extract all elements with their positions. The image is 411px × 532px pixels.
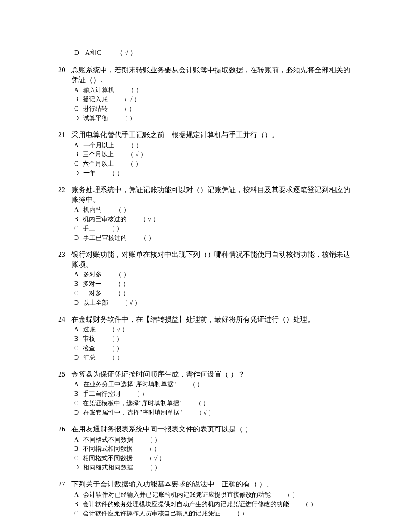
option-mark: （ √ ）: [109, 326, 128, 334]
option-text: 三个月以上: [83, 151, 114, 159]
option-letter: A: [74, 326, 79, 334]
option-text: 会计软件对已经输入并已记账的机内记账凭证应提供直接修改的功能: [83, 491, 271, 499]
option-letter: B: [74, 335, 78, 343]
option-text: 会计软件的账务处理模块应提供对自动产生的机内记账凭证进行修改的功能: [83, 500, 289, 509]
option-row: A机内的（ ）: [74, 206, 353, 214]
option-letter: A: [74, 381, 79, 389]
option-letter: B: [74, 151, 78, 159]
option-row: B不同格式相同数据（ ）: [74, 445, 353, 453]
option-text: 进行结转: [83, 105, 108, 113]
option-text: 相同格式相同数据: [83, 464, 133, 472]
option-row: C一对多（ ）: [74, 289, 353, 298]
question-number: 23: [58, 250, 65, 260]
option-row: A在业务分工中选择"序时填制单据"（ ）: [74, 381, 353, 389]
option-text: 手工: [83, 225, 95, 233]
option-row: D一年（ ）: [74, 169, 353, 178]
option-row: D相同格式相同数据（ ）: [74, 464, 353, 472]
option-row: A过账（ √ ）: [74, 326, 353, 334]
question-text: 金算盘为保证凭证按时间顺序生成，需作何设置（ ）？: [71, 369, 353, 379]
option-row: D汇总（ ）: [74, 354, 353, 362]
option-text: 以上全部: [83, 299, 108, 307]
question-stem: 24在金蝶财务软件中，在【结转损益】处理前，最好将所有凭证进行（）处理。: [58, 314, 353, 324]
option-letter: B: [74, 280, 78, 289]
question-number: 25: [58, 369, 65, 379]
option-letter: C: [74, 289, 78, 298]
option-list: A机内的（ ）B机内已审核过的（ √ ）C手工（ ）D手工已审核过的（ ）: [74, 206, 353, 243]
option-row: D试算平衡（ ）: [74, 114, 353, 123]
option-mark: （ ）: [115, 280, 129, 289]
top-option-row: D A和C （ √ ）: [74, 48, 353, 57]
option-letter: C: [74, 160, 78, 168]
question-stem: 25金算盘为保证凭证按时间顺序生成，需作何设置（ ）？: [58, 369, 353, 379]
option-text: 不同格式相同数据: [83, 445, 133, 453]
question-number: 26: [58, 424, 65, 434]
option-row: B机内已审核过的（ √ ）: [74, 215, 353, 224]
option-text: 在凭证模板中，选择"序时填制单据": [83, 399, 181, 408]
option-row: A一个月以上（ ）: [74, 142, 353, 150]
option-text: 登记入账: [83, 96, 108, 104]
question-number: 22: [58, 185, 65, 195]
option-letter: A: [74, 491, 79, 499]
option-letter: D: [74, 464, 79, 472]
option-mark: （ √ ）: [121, 96, 140, 104]
option-mark: （ √ ）: [122, 299, 141, 307]
option-letter: D: [74, 48, 79, 57]
option-mark: （ ）: [109, 344, 123, 353]
option-row: B登记入账（ √ ）: [74, 96, 353, 104]
question-stem: 26在用友通财务报表系统中同一报表文件的表页可以是（ ）: [58, 424, 353, 434]
question-text: 银行对账功能，对账单在核对中出现下列（）哪种情况不能使用自动核销功能，核销未达账…: [71, 250, 353, 269]
option-letter: A: [74, 86, 79, 95]
option-text: 机内已审核过的: [83, 215, 126, 224]
option-mark: （ ）: [115, 206, 130, 214]
option-letter: A: [74, 142, 79, 150]
option-mark: （ √ ）: [127, 151, 147, 159]
question-stem: 20总账系统中，若期末转账业务要从会计账簿中提取数据，在转账前，必须先将全部相关…: [58, 65, 353, 84]
option-row: B多对一（ ）: [74, 280, 353, 289]
option-letter: D: [74, 234, 79, 243]
option-row: A多对多（ ）: [74, 271, 353, 279]
option-row: B会计软件的账务处理模块应提供对自动产生的机内记账凭证进行修改的功能（ ）: [74, 500, 353, 509]
option-letter: B: [74, 500, 78, 509]
question-24: 24在金蝶财务软件中，在【结转损益】处理前，最好将所有凭证进行（）处理。A过账（…: [58, 314, 353, 362]
option-letter: B: [74, 390, 78, 398]
option-mark: （ ）: [284, 491, 298, 499]
option-text: 一个月以上: [83, 142, 114, 150]
question-20: 20总账系统中，若期末转账业务要从会计账簿中提取数据，在转账前，必须先将全部相关…: [58, 65, 353, 123]
option-list: A会计软件对已经输入并已记账的机内记账凭证应提供直接修改的功能（ ）B会计软件的…: [74, 491, 353, 518]
option-text: 会计软件应允许操作人员审核自己输入的记账凭证: [83, 510, 220, 518]
option-mark: （ ）: [195, 399, 210, 408]
option-row: A不同格式不同数据（ ）: [74, 436, 353, 444]
option-letter: D: [74, 409, 79, 417]
option-row: B审核（ ）: [74, 335, 353, 343]
option-text: 不同格式不同数据: [83, 436, 133, 444]
question-text: 在金蝶财务软件中，在【结转损益】处理前，最好将所有凭证进行（）处理。: [71, 314, 353, 324]
option-row: B手工自行控制（ ）: [74, 390, 353, 398]
question-number: 20: [58, 65, 65, 75]
option-mark: （ ）: [302, 500, 317, 509]
option-mark: （ ）: [115, 289, 129, 298]
option-text: 机内的: [83, 206, 102, 214]
option-mark: （ ）: [128, 86, 142, 95]
question-number: 27: [58, 479, 65, 489]
option-letter: B: [74, 96, 78, 104]
option-row: C会计软件应允许操作人员审核自己输入的记账凭证（ ）: [74, 510, 353, 518]
question-23: 23银行对账功能，对账单在核对中出现下列（）哪种情况不能使用自动核销功能，核销未…: [58, 250, 353, 307]
option-list: A多对多（ ）B多对一（ ）C一对多（ ）D以上全部（ √ ）: [74, 271, 353, 307]
option-row: C进行结转（ ）: [74, 105, 353, 113]
question-text: 总账系统中，若期末转账业务要从会计账簿中提取数据，在转账前，必须先将全部相关的凭…: [71, 65, 353, 84]
question-26: 26在用友通财务报表系统中同一报表文件的表页可以是（ ）A不同格式不同数据（ ）…: [58, 424, 353, 472]
question-27: 27下列关于会计数据输入功能基本要求的说法中，正确的有（ ）。A会计软件对已经输…: [58, 479, 353, 518]
option-letter: C: [74, 344, 78, 353]
question-number: 24: [58, 314, 65, 324]
question-stem: 27下列关于会计数据输入功能基本要求的说法中，正确的有（ ）。: [58, 479, 353, 489]
option-row: C在凭证模板中，选择"序时填制单据"（ ）: [74, 399, 353, 408]
option-list: A不同格式不同数据（ ）B不同格式相同数据（ ）C相同格式不同数据（ √ ）D相…: [74, 436, 353, 473]
option-row: C相同格式不同数据（ √ ）: [74, 454, 353, 463]
option-mark: （ ）: [189, 381, 204, 389]
question-stem: 22账务处理系统中，凭证记账功能可以对（）记账凭证，按科目及其要求逐笔登记到相应…: [58, 185, 353, 204]
option-mark: （ ）: [140, 234, 155, 243]
option-list: A在业务分工中选择"序时填制单据"（ ）B手工自行控制（ ）C在凭证模板中，选择…: [74, 381, 353, 417]
option-letter: D: [74, 354, 79, 362]
option-row: D以上全部（ √ ）: [74, 299, 353, 307]
option-letter: A: [74, 271, 79, 279]
